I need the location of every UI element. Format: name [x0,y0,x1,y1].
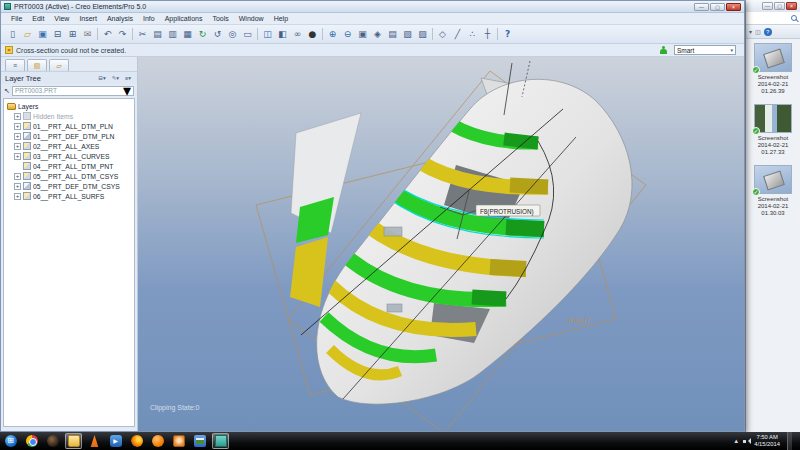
graphics-viewport[interactable]: RIGHT F8(PROTRUSION) Clipping State:0 [138,57,744,431]
new-file-icon[interactable]: ▯ [5,27,20,42]
tab-model-tree[interactable]: ≡ [5,59,25,71]
media-player-icon[interactable]: ▶ [107,433,124,449]
volume-icon[interactable] [743,438,750,445]
maximize-button[interactable]: ▢ [710,3,725,11]
show-dropdown-button[interactable]: ⊟▾ [96,74,107,82]
active-model-dropdown[interactable]: PRT0003.PRT ▾ [12,86,134,96]
selection-filter-dropdown[interactable]: Smart ▾ [674,45,736,55]
expand-icon[interactable]: + [14,193,21,200]
expand-icon[interactable]: + [14,133,21,140]
menu-item[interactable]: Info [139,15,159,22]
menu-item[interactable]: File [7,15,26,22]
layer-tree-item[interactable]: + 06__PRT_ALL_SURFS [4,191,134,201]
close-button[interactable]: × [726,3,741,11]
file-item[interactable]: ✓ Screenshot 2014-02-21 01.27.33 [748,104,798,156]
refit-icon[interactable]: ▣ [355,27,370,42]
layer-settings-icon[interactable]: ▨ [415,27,430,42]
menu-item[interactable]: Help [270,15,292,22]
print-icon[interactable]: ⊟ [50,27,65,42]
layer-tree-item[interactable]: + 05__PRT_DEF_DTM_CSYS [4,181,134,191]
expand-icon[interactable]: + [14,153,21,160]
explorer-window[interactable]: — ▢ × ▾ ◫ ? ✓ Screenshot 2014-02-21 01.2… [745,0,800,432]
menu-item[interactable]: Analysis [103,15,137,22]
avast-icon[interactable] [149,433,166,449]
mail-icon[interactable]: ✉ [80,27,95,42]
expand-icon[interactable]: + [14,143,21,150]
datum-csys-toggle[interactable]: ┼ [480,27,495,42]
layer-tree-item[interactable]: + 01__PRT_ALL_DTM_PLN [4,121,134,131]
show-desktop-button[interactable] [787,432,792,450]
layers-icon[interactable]: ▧ [400,27,415,42]
redo-icon[interactable]: ↷ [115,27,130,42]
taskbar-clock[interactable]: 7:50 AM 4/15/2014 [754,434,780,448]
creo-icon[interactable] [212,433,229,449]
explorer-icon[interactable] [65,433,82,449]
menu-item[interactable]: Tools [208,15,232,22]
settings-dropdown-button[interactable]: ✎▾ [110,74,121,82]
start-button[interactable]: ⊞ [2,433,19,449]
title-bar[interactable]: PRT0003 (Active) - Creo Elements/Pro 5.0… [1,1,744,13]
file-thumbnail[interactable]: ✓ [754,43,792,72]
find-icon[interactable]: ◎ [225,27,240,42]
expand-icon[interactable]: + [14,173,21,180]
pointer-window-icon[interactable]: ◧ [275,27,290,42]
file-item[interactable]: ✓ Screenshot 2014-02-21 01.30.03 [748,165,798,217]
expand-icon[interactable]: + [14,123,21,130]
cut-icon[interactable]: ✂ [135,27,150,42]
glasses-icon[interactable]: ∞ [290,27,305,42]
menu-item[interactable]: Applications [161,15,207,22]
file-thumbnail[interactable]: ✓ [754,104,792,133]
paste-special-icon[interactable]: ▦ [180,27,195,42]
file-item[interactable]: ✓ Screenshot 2014-02-21 01.26.39 [748,43,798,95]
close-button[interactable]: × [786,2,797,10]
help-icon[interactable]: ? [764,28,772,36]
select-rect-icon[interactable]: ▭ [240,27,255,42]
tab-folder-browser[interactable]: ▱ [49,59,69,71]
menu-item[interactable]: View [50,15,73,22]
chrome-icon[interactable] [23,433,40,449]
datum-planes-toggle[interactable]: ◇ [435,27,450,42]
shaded-mode-icon[interactable]: ● [305,27,320,42]
layer-tree-item[interactable]: + 01__PRT_DEF_DTM_PLN [4,131,134,141]
zoom-in-icon[interactable]: ⊕ [325,27,340,42]
layer-tree-item[interactable]: 04__PRT_ALL_DTM_PNT [4,161,134,171]
reorient-icon[interactable]: ◈ [370,27,385,42]
copy-icon[interactable]: ▤ [150,27,165,42]
save-icon[interactable]: ▣ [35,27,50,42]
orange-app-icon[interactable] [170,433,187,449]
layer-tree-root[interactable]: Layers [4,101,134,111]
maximize-button[interactable]: ▢ [774,2,785,10]
3d-scene[interactable]: RIGHT F8(PROTRUSION) [138,57,746,430]
layer-tree-item[interactable]: + Hidden Items [4,111,134,121]
datum-points-toggle[interactable]: ∴ [465,27,480,42]
zoom-out-icon[interactable]: ⊖ [340,27,355,42]
context-help-icon[interactable]: ? [500,27,515,42]
file-thumbnail[interactable]: ✓ [754,165,792,194]
chevron-down-icon[interactable]: ▾ [749,28,752,35]
3d-model[interactable] [301,61,632,404]
layer-tree-item[interactable]: + 02__PRT_ALL_AXES [4,141,134,151]
expand-icon[interactable]: + [14,183,21,190]
minimize-button[interactable]: — [694,3,709,11]
window-icon[interactable]: ◫ [260,27,275,42]
datum-axes-toggle[interactable]: ╱ [450,27,465,42]
auto-regenerate-icon[interactable]: ↺ [210,27,225,42]
show-hidden-icons-arrow[interactable]: ▲ [733,438,739,444]
vlc-icon[interactable] [86,433,103,449]
layer-tree-item[interactable]: + 03__PRT_ALL_CURVES [4,151,134,161]
layer-tree[interactable]: Layers + Hidden Items + 01__PRT_ALL_DTM_… [3,98,135,427]
preview-pane-icon[interactable]: ◫ [755,28,761,35]
menu-item[interactable]: Window [235,15,268,22]
explorer-search-box[interactable] [746,12,800,25]
print-preview-icon[interactable]: ⊞ [65,27,80,42]
open-icon[interactable]: ▱ [20,27,35,42]
paste-icon[interactable]: ▥ [165,27,180,42]
firefox-icon[interactable] [128,433,145,449]
menu-item[interactable]: Edit [28,15,48,22]
minimize-button[interactable]: — [762,2,773,10]
photos-icon[interactable] [191,433,208,449]
layer-tree-item[interactable]: + 05__PRT_ALL_DTM_CSYS [4,171,134,181]
regenerate-icon[interactable]: ↻ [195,27,210,42]
dark-app-icon[interactable] [44,433,61,449]
menu-item[interactable]: Insert [75,15,101,22]
